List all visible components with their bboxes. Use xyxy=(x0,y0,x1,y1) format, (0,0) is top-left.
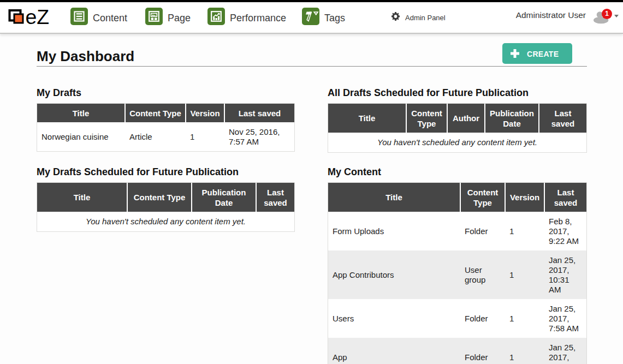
svg-text:eZ: eZ xyxy=(26,7,50,28)
